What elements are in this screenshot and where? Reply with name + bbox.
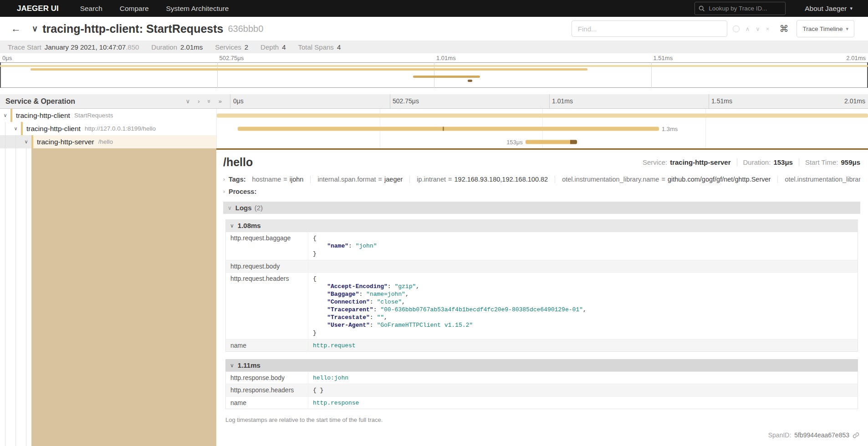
service-name: tracing-http-server [37,138,94,146]
log-timestamp: 1.08ms [238,222,261,229]
span-detail-panel: /hello Service:tracing-http-serverDurati… [216,148,868,446]
ruler-tick-label: 2.01ms [846,55,866,61]
span-row[interactable]: ∨tracing-http-clientStartRequests [0,109,868,122]
span-bar[interactable] [526,140,577,144]
expand-all-icon[interactable]: » [219,98,222,105]
service-operation-header: Service & Operation ∨ › » » [0,94,230,108]
log-field-value: hello:john [308,372,858,384]
tags-accordian[interactable]: › Tags: hostname=ijohninternal.span.form… [223,176,860,183]
span-row[interactable]: ∨tracing-http-clienthttp://127.0.0.1:819… [0,122,868,135]
back-arrow-icon[interactable]: ← [6,23,26,35]
span-bar-cell[interactable] [216,109,868,122]
keyboard-shortcuts-icon[interactable]: ⌘ [779,23,788,34]
trace-lookup-box[interactable] [694,2,786,15]
minimap-span [413,76,480,78]
span-bar-cell[interactable]: 1.3ms [216,122,868,135]
log-field-code: http.request [313,342,356,349]
span-name-wrapper[interactable]: tracing-http-clientStartRequests [10,109,113,122]
tag-item: internal.span.format=jaeger [310,176,403,183]
tag-item: hostname=ijohn [252,176,304,183]
span-id-value: 5fb9944eaa67e853 [794,431,849,439]
indent-guide [26,148,26,446]
log-entry-header[interactable]: ∨1.08ms [225,219,858,232]
ruler-tick-label: 1.51ms [654,55,673,61]
log-field-key: name [226,340,308,352]
nav-item-compare[interactable]: Compare [111,0,158,17]
tick-label: 1.51ms [711,97,732,105]
nav-item-search[interactable]: Search [71,0,111,17]
log-entry-header[interactable]: ∨1.11ms [225,359,858,371]
nav-item-system-architecture[interactable]: System Architecture [158,0,238,17]
process-accordian[interactable]: › Process: [223,188,860,195]
chevron-down-icon: ▾ [846,26,848,31]
tick-label: 0μs [233,97,244,105]
timeline-ticks-header: 0μs502.75μs1.01ms1.51ms2.01ms [230,94,868,108]
about-jaeger-menu[interactable]: About Jaeger ▾ [805,5,853,13]
find-scope-icon[interactable] [733,25,740,32]
trace-view-selector[interactable]: Trace Timeline ▾ [797,20,854,37]
collapse-header-icon[interactable]: ∨ [26,24,42,34]
chevron-right-icon: › [223,188,225,195]
span-detail-accent-column [31,148,216,446]
operation-name: http://127.0.0.1:8199/hello [85,125,156,132]
span-collapse-icon[interactable]: ∨ [0,109,10,122]
find-next-icon[interactable]: ∨ [756,26,760,32]
tag-value: ijohn [290,176,304,183]
log-field-row: http.request.body [226,260,858,273]
ruler-tick-label: 0μs [2,55,12,61]
span-rows: ∨tracing-http-clientStartRequests∨tracin… [0,109,868,446]
find-input[interactable] [577,25,722,33]
tick-label: 2.01ms [844,97,865,105]
span-bar[interactable] [217,113,868,117]
log-field-value: { "Accept-Encoding": "gzip", "Baggage": … [308,273,858,340]
span-name-cell[interactable]: ∨tracing-http-clienthttp://127.0.0.1:819… [0,122,216,135]
trace-summary-bar: Trace StartJanuary 29 2021, 10:47:07.850… [0,41,868,53]
span-name-wrapper[interactable]: tracing-http-server/hello [31,135,113,148]
span-name-cell[interactable]: ∨tracing-http-clientStartRequests [0,109,216,122]
find-box[interactable] [572,20,727,37]
logs-accordian-header[interactable]: ∨ Logs (2) [223,202,860,214]
summary-label: Depth [260,43,279,51]
find-prev-icon[interactable]: ∧ [745,26,750,32]
span-bar-cell[interactable]: 153μs [216,135,868,148]
log-field-value: { "name": "john" } [308,232,858,260]
summary-label: Total Spans [298,43,333,51]
link-icon[interactable] [853,432,859,439]
trace-view-label: Trace Timeline [802,25,842,32]
collapse-one-icon[interactable]: ∨ [186,98,190,105]
span-operation-title: /hello [223,156,253,169]
timeline-minimap[interactable] [0,62,868,88]
span-id-label: SpanID: [768,431,791,439]
chevron-down-icon: ∨ [230,362,234,369]
collapse-all-icon[interactable]: » [206,100,213,103]
minimap-span [0,65,868,67]
service-name: tracing-http-client [26,125,81,133]
find-clear-icon[interactable]: × [766,26,770,32]
span-bar[interactable] [238,127,659,131]
log-field-code: http.response [313,400,359,406]
log-field-key: http.request.body [226,260,308,273]
trace-header: ← ∨ tracing-http-client: StartRequests 6… [0,17,868,41]
tag-key: otel.instrumentation_library.version [785,176,860,183]
tag-key: otel.instrumentation_library.name [562,176,659,183]
search-icon [699,5,705,12]
span-table-header: Service & Operation ∨ › » » 0μs502.75μs1… [0,94,868,109]
span-info-value: tracing-http-server [670,158,730,166]
span-name-cell[interactable]: ∨tracing-http-server/hello [0,135,216,148]
span-collapse-icon[interactable]: ∨ [10,122,21,135]
top-nav: JAEGER UI SearchCompareSystem Architectu… [0,0,868,17]
logs-count: (2) [255,204,263,212]
span-name-wrapper[interactable]: tracing-http-clienthttp://127.0.0.1:8199… [21,122,156,135]
span-row[interactable]: ∨tracing-http-server/hello153μs [0,135,868,148]
trace-lookup-input[interactable] [708,5,781,12]
timeline-gridline [380,135,380,148]
minimap-span [31,68,588,71]
expand-one-icon[interactable]: › [198,98,199,105]
jaeger-logo[interactable]: JAEGER UI [0,4,71,13]
span-detail-header: /hello Service:tracing-http-serverDurati… [223,156,860,169]
tag-item: ip.intranet=192.168.93.180,192.168.100.8… [409,176,548,183]
indent-guide [0,122,10,135]
process-label: Process: [229,188,256,195]
span-collapse-icon[interactable]: ∨ [21,135,31,148]
indent-guide [0,135,10,148]
